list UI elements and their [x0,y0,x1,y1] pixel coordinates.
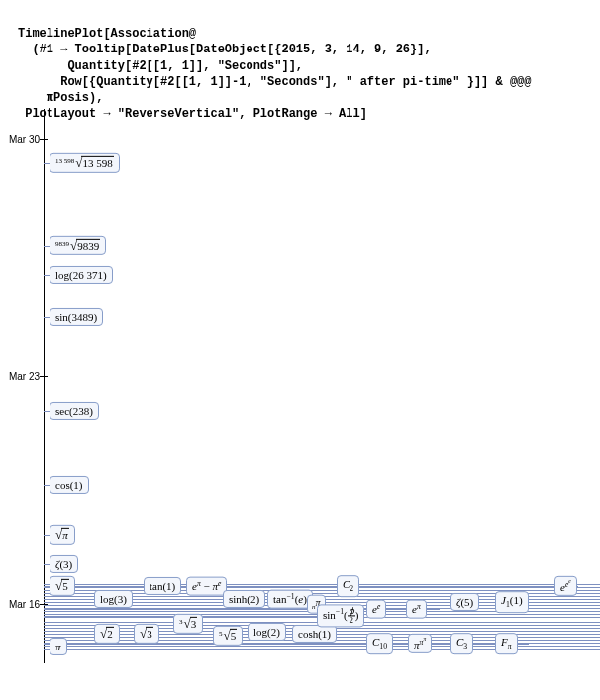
timeline-node[interactable]: sin−1(ϕ2) [317,604,364,627]
axis-tick [40,376,48,377]
timeline-node[interactable]: C10 [366,633,393,654]
code-line-5: πPosis), [18,91,103,105]
axis-tick-label: Mar 16 [2,599,40,610]
timeline-node[interactable]: π [50,638,67,655]
timeline-node[interactable]: √2 [94,624,120,644]
timeline-node[interactable]: C2 [337,575,359,597]
timeline-node[interactable]: √5 [50,576,75,596]
timeline-node[interactable]: sin(3489) [50,308,103,326]
timeline-node[interactable]: eee [554,576,577,596]
connector-line [44,586,578,587]
timeline-node[interactable]: √π [50,525,75,545]
axis-tick-label: Mar 30 [2,134,40,145]
timeline-node[interactable]: √3 [134,624,159,644]
timeline-node[interactable]: ee [366,600,386,619]
y-axis [44,109,45,663]
timeline-node[interactable]: tan−1(e) [267,590,313,609]
timeline-node[interactable]: ζ(5) [450,593,479,611]
code-line-2: (#1 → Tooltip[DatePlus[DateObject[{2015,… [18,43,432,56]
timeline-plot: Mar 30 Mar 23 Mar 16 13 598√13 5989839√9… [0,109,600,693]
timeline-node[interactable]: ζ(3) [50,555,78,573]
axis-tick-label: Mar 23 [2,371,40,382]
code-line-1: TimelinePlot[Association@ [18,27,196,41]
axis-tick [40,139,48,140]
timeline-node[interactable]: 9839√9839 [50,236,106,255]
timeline-node[interactable]: sec(238) [50,402,99,420]
timeline-node[interactable]: πππ [408,634,432,653]
code-block: TimelinePlot[Association@ (#1 → Tooltip[… [18,10,590,122]
code-line-4: Row[{Quantity[#2[[1, 1]]-1, "Seconds"], … [18,75,531,89]
timeline-node[interactable]: Fπ [495,633,518,654]
timeline-node[interactable]: 5√5 [213,626,243,646]
code-line-3: Quantity[#2[[1, 1]], "Seconds"]], [18,59,303,73]
timeline-node[interactable]: 3√3 [173,614,203,634]
timeline-node[interactable]: cosh(1) [292,625,337,643]
timeline-node[interactable]: 13 598√13 598 [50,153,120,173]
timeline-node[interactable]: cos(1) [50,476,89,494]
timeline-node[interactable]: log(2) [248,623,286,641]
timeline-node[interactable]: tan(1) [144,577,181,595]
timeline-node[interactable]: eπ [406,600,427,619]
timeline-node[interactable]: J1(1) [495,591,529,613]
timeline-node[interactable]: log(26 371) [50,266,113,284]
timeline-node[interactable]: sinh(2) [223,590,265,608]
timeline-node[interactable]: eπ − πe [186,577,227,596]
timeline-node[interactable]: C3 [450,633,473,654]
timeline-node[interactable]: log(3) [94,590,133,608]
